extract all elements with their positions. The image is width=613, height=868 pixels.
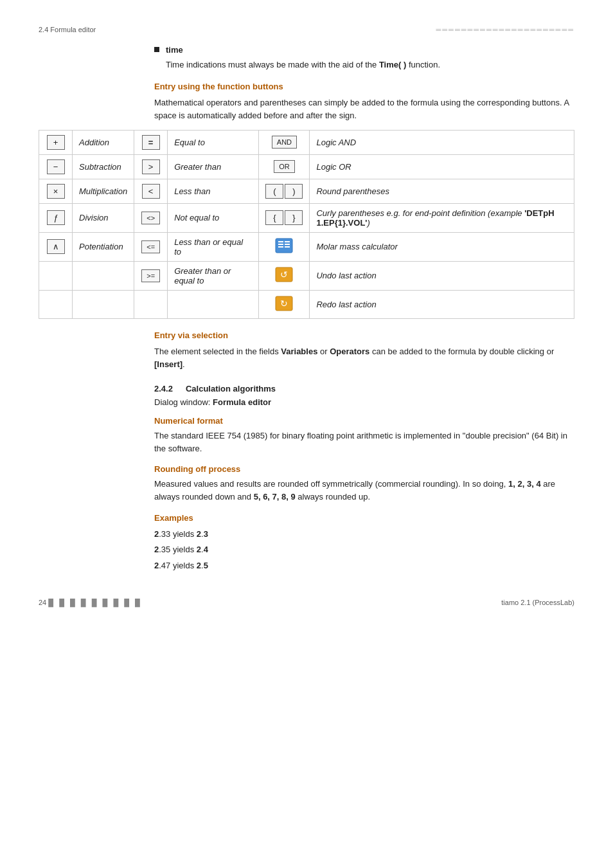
btn-and-cell: AND <box>259 130 310 154</box>
entry-selection-desc: The element selected in the fields Varia… <box>154 345 574 371</box>
entry-functions-desc: Mathematical operators and parentheses c… <box>154 96 574 122</box>
table-row: ∧ Potentiation <= Less than or equal to <box>39 232 574 261</box>
desc-subtraction: Subtraction <box>73 154 134 179</box>
btn-lt-cell: < <box>134 179 168 203</box>
desc-pot: Potentiation <box>73 232 134 261</box>
svg-rect-0 <box>276 239 292 253</box>
undo-icon[interactable]: ↺ <box>274 266 294 283</box>
desc-addition: Addition <box>73 130 134 154</box>
btn-gt[interactable]: > <box>142 159 160 174</box>
desc-or: Logic OR <box>310 154 574 179</box>
bullet-time-desc: Time indications must always be made wit… <box>166 59 574 71</box>
table-row: × Multiplication < Less than ( ) Round p… <box>39 179 574 203</box>
rounding-heading: Rounding off process <box>154 464 574 474</box>
btn-paren[interactable]: ( ) <box>265 184 303 199</box>
svg-rect-4 <box>285 241 290 242</box>
entry-functions-heading: Entry using the function buttons <box>154 82 574 91</box>
empty-desc-1 <box>73 261 134 290</box>
svg-rect-3 <box>278 246 283 248</box>
btn-lte[interactable]: <= <box>141 240 160 253</box>
examples-block: 2.33 yields 2.3 2.35 yields 2.4 2.47 yie… <box>154 528 574 573</box>
desc-and: Logic AND <box>310 130 574 154</box>
svg-text:↻: ↻ <box>280 298 288 309</box>
btn-undo-cell: ↺ <box>259 261 310 290</box>
header-left: 2.4 Formula editor <box>39 26 96 33</box>
desc-lt: Less than <box>168 179 259 203</box>
desc-div: Division <box>73 203 134 232</box>
btn-equal-cell: = <box>134 130 168 154</box>
empty-desc-2 <box>73 290 134 318</box>
desc-lte: Less than or equal to <box>168 232 259 261</box>
table-row: >= Greater than or equal to ↺ Undo last … <box>39 261 574 290</box>
btn-neq-cell: <> <box>134 203 168 232</box>
table-row: ƒ Division <> Not equal to { } Curly par… <box>39 203 574 232</box>
example-2: 2.35 yields 2.4 <box>154 543 574 557</box>
btn-neq[interactable]: <> <box>141 212 160 224</box>
example-1: 2.33 yields 2.3 <box>154 528 574 541</box>
redo-icon[interactable]: ↻ <box>274 295 294 312</box>
desc-neq: Not equal to <box>168 203 259 232</box>
table-row: − Subtraction > Greater than OR Logic OR <box>39 154 574 179</box>
btn-paren-cell: ( ) <box>259 179 310 203</box>
btn-or-cell: OR <box>259 154 310 179</box>
desc-redo: Redo last action <box>310 290 574 318</box>
empty-desc-3 <box>168 290 259 318</box>
dialog-label: Dialog window: Formula editor <box>154 397 574 407</box>
footer-product: tiamo 2.1 (ProcessLab) <box>501 599 574 606</box>
svg-rect-5 <box>285 244 290 245</box>
btn-plus-cell: + <box>39 130 73 154</box>
btn-curly[interactable]: { } <box>265 210 303 225</box>
footer-page: 24 █ █ █ █ █ █ █ █ █ <box>39 599 142 606</box>
btn-and[interactable]: AND <box>272 136 297 149</box>
section-title: Calculation algorithms <box>186 384 276 393</box>
btn-minus[interactable]: − <box>47 159 65 174</box>
header-dots: ══════════════════════ <box>436 26 574 33</box>
btn-mul[interactable]: × <box>47 184 65 199</box>
examples-heading: Examples <box>154 513 574 523</box>
desc-mul: Multiplication <box>73 179 134 203</box>
numerical-format-heading: Numerical format <box>154 416 574 426</box>
empty-cell-2 <box>39 290 73 318</box>
svg-text:↺: ↺ <box>280 269 288 280</box>
btn-minus-cell: − <box>39 154 73 179</box>
svg-rect-6 <box>285 246 290 248</box>
btn-lt[interactable]: < <box>142 184 160 199</box>
btn-molar-cell <box>259 232 310 261</box>
function-table: + Addition = Equal to AND Logic AND − Su… <box>39 130 574 319</box>
btn-mul-cell: × <box>39 179 73 203</box>
section-num: 2.4.2 <box>154 384 173 393</box>
desc-molar: Molar mass calculator <box>310 232 574 261</box>
btn-equal[interactable]: = <box>142 135 160 150</box>
btn-plus[interactable]: + <box>47 135 65 150</box>
numerical-format-desc: The standard IEEE 754 (1985) for binary … <box>154 429 574 455</box>
empty-cell-1 <box>39 261 73 290</box>
empty-btn-3 <box>134 290 168 318</box>
svg-rect-1 <box>278 241 283 242</box>
section-242: 2.4.2 Calculation algorithms Dialog wind… <box>154 384 574 573</box>
btn-div[interactable]: ƒ <box>47 210 65 225</box>
table-row: ↻ Redo last action <box>39 290 574 318</box>
footer: 24 █ █ █ █ █ █ █ █ █ tiamo 2.1 (ProcessL… <box>39 599 574 606</box>
btn-or[interactable]: OR <box>274 160 295 173</box>
btn-redo-cell: ↻ <box>259 290 310 318</box>
btn-gt-cell: > <box>134 154 168 179</box>
btn-gte[interactable]: >= <box>141 269 160 282</box>
desc-curly: Curly parentheses e.g. for end-point def… <box>310 203 574 232</box>
btn-gte-cell: >= <box>134 261 168 290</box>
desc-equal: Equal to <box>168 130 259 154</box>
bullet-icon <box>154 47 159 52</box>
btn-pot-cell: ∧ <box>39 232 73 261</box>
svg-rect-2 <box>278 244 283 245</box>
entry-selection-heading: Entry via selection <box>154 330 574 340</box>
desc-gte: Greater than or equal to <box>168 261 259 290</box>
btn-curly-cell: { } <box>259 203 310 232</box>
btn-lte-cell: <= <box>134 232 168 261</box>
example-3: 2.47 yields 2.5 <box>154 559 574 573</box>
molar-icon[interactable] <box>274 237 294 254</box>
rounding-desc: Measured values and results are rounded … <box>154 478 574 503</box>
desc-undo: Undo last action <box>310 261 574 290</box>
desc-paren: Round parentheses <box>310 179 574 203</box>
table-row: + Addition = Equal to AND Logic AND <box>39 130 574 154</box>
btn-div-cell: ƒ <box>39 203 73 232</box>
btn-pot[interactable]: ∧ <box>47 239 65 254</box>
